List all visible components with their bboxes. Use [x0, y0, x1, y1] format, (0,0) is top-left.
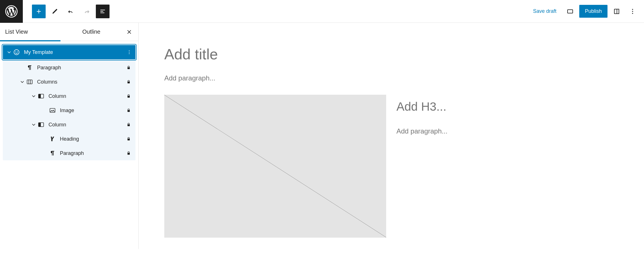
tree-item-heading[interactable]: Heading	[3, 132, 135, 146]
chevron-down-icon[interactable]	[30, 93, 37, 99]
paragraph-block-input[interactable]	[164, 74, 618, 82]
editor-canvas[interactable]	[139, 23, 644, 249]
tree-item-image[interactable]: Image	[3, 103, 135, 118]
svg-point-11	[129, 52, 129, 52]
tree-item-my-template[interactable]: My Template	[3, 45, 135, 59]
paragraph-icon	[48, 150, 56, 157]
svg-rect-20	[127, 96, 130, 98]
smile-icon	[13, 49, 21, 56]
list-view-icon	[99, 8, 106, 15]
settings-button[interactable]	[610, 5, 623, 18]
svg-rect-1	[568, 10, 573, 13]
image-block-placeholder[interactable]	[164, 95, 386, 238]
close-sidebar-button[interactable]	[122, 25, 136, 39]
svg-point-9	[17, 51, 18, 52]
wordpress-icon	[5, 5, 18, 18]
image-icon	[48, 107, 56, 114]
tab-list-view[interactable]: List View	[0, 23, 60, 41]
edit-mode-button[interactable]	[48, 5, 62, 18]
svg-rect-13	[127, 67, 130, 69]
column-block-left[interactable]	[164, 95, 386, 238]
svg-point-10	[129, 50, 129, 51]
tree-item-label: Paragraph	[60, 150, 124, 156]
save-draft-button[interactable]: Save draft	[528, 8, 561, 14]
undo-button[interactable]	[64, 5, 78, 18]
svg-rect-3	[617, 9, 619, 14]
svg-point-5	[632, 11, 633, 12]
tree-item-label: Column	[48, 122, 124, 128]
svg-point-7	[14, 50, 19, 55]
lock-icon	[124, 122, 133, 127]
svg-rect-26	[127, 139, 130, 141]
more-vertical-icon	[127, 50, 132, 55]
lock-icon	[124, 137, 133, 141]
tree-item-label: My Template	[24, 49, 125, 55]
lock-icon	[124, 151, 133, 155]
tree-item-label: Columns	[37, 79, 124, 85]
editor-toolbar: Save draft Publish	[0, 0, 644, 23]
lock-icon	[124, 108, 133, 113]
tab-outline[interactable]: Outline	[60, 23, 123, 41]
document-overview-button[interactable]	[96, 5, 110, 18]
sidebar-panel-icon	[613, 8, 620, 15]
more-vertical-icon	[629, 8, 636, 15]
svg-rect-25	[127, 124, 130, 126]
column-block-right[interactable]	[396, 95, 618, 238]
tree-children: Paragraph Columns	[3, 60, 135, 160]
editor-workspace: List View Outline My Template	[0, 23, 644, 249]
svg-point-8	[15, 51, 16, 52]
tree-item-label: Column	[48, 93, 124, 99]
sidebar-tabs: List View Outline	[0, 23, 138, 41]
plus-icon	[35, 8, 42, 15]
svg-rect-27	[127, 153, 130, 155]
tree-item-label: Paragraph	[37, 65, 124, 71]
svg-rect-17	[127, 82, 130, 84]
post-title-input[interactable]	[164, 46, 618, 63]
tree-item-columns[interactable]: Columns	[3, 75, 135, 89]
lock-icon	[124, 94, 133, 98]
chevron-down-icon[interactable]	[30, 122, 37, 128]
tree-item-column[interactable]: Column	[3, 89, 135, 103]
publish-button[interactable]: Publish	[579, 5, 607, 18]
add-block-button[interactable]	[32, 5, 46, 18]
column-icon	[37, 93, 45, 100]
tree-item-options[interactable]	[125, 50, 134, 55]
paragraph-icon	[26, 64, 34, 71]
wordpress-logo[interactable]	[0, 0, 23, 23]
svg-rect-22	[127, 110, 130, 112]
tree-item-label: Heading	[60, 136, 124, 142]
heading-block-input[interactable]	[396, 100, 618, 114]
svg-point-4	[632, 9, 633, 10]
columns-icon	[26, 78, 34, 85]
tree-item-paragraph[interactable]: Paragraph	[3, 60, 135, 75]
svg-rect-24	[39, 123, 41, 127]
paragraph-block-input[interactable]	[396, 127, 618, 135]
undo-icon	[67, 8, 74, 15]
document-overview-sidebar: List View Outline My Template	[0, 23, 139, 249]
lock-icon	[124, 80, 133, 84]
tree-item-paragraph[interactable]: Paragraph	[3, 146, 135, 160]
block-list-tree: My Template Paragraph	[0, 41, 138, 160]
svg-point-6	[632, 13, 633, 14]
options-button[interactable]	[626, 5, 639, 18]
tree-item-label: Image	[60, 108, 124, 114]
pencil-icon	[51, 8, 58, 15]
svg-rect-19	[39, 94, 41, 98]
preview-button[interactable]	[563, 5, 577, 18]
toolbar-right-group: Save draft Publish	[528, 5, 644, 18]
redo-icon	[83, 8, 90, 15]
column-icon	[37, 121, 45, 128]
heading-icon	[48, 135, 56, 142]
close-icon	[126, 29, 132, 35]
desktop-icon	[567, 8, 574, 15]
svg-rect-14	[27, 80, 32, 84]
svg-point-12	[129, 53, 129, 54]
redo-button[interactable]	[80, 5, 94, 18]
chevron-down-icon[interactable]	[19, 79, 26, 85]
toolbar-left-group	[23, 5, 110, 18]
chevron-down-icon[interactable]	[6, 49, 13, 55]
tree-item-column[interactable]: Column	[3, 118, 135, 132]
columns-block[interactable]	[164, 95, 618, 238]
lock-icon	[124, 65, 133, 70]
